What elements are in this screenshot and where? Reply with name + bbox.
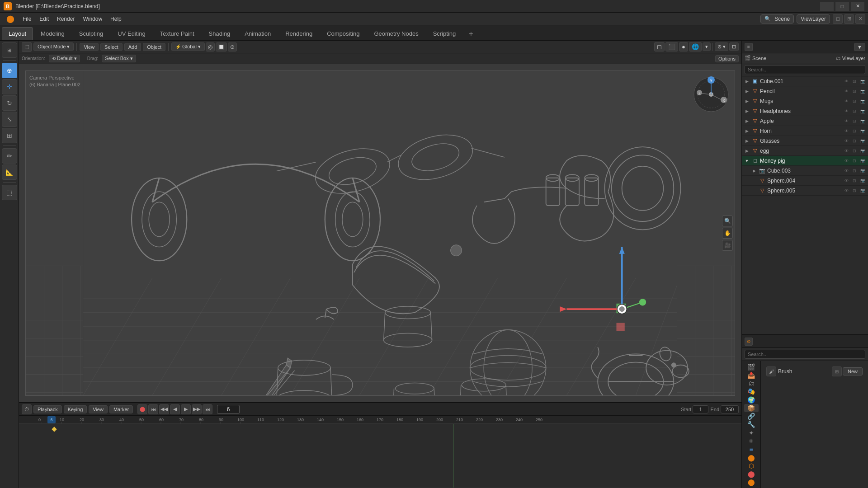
object-menu[interactable]: Object — [143, 43, 165, 51]
outliner-item-money-pig[interactable]: ▼ ◻ Money pig 👁 ⊡ 📷 — [742, 156, 868, 166]
filter-btn[interactable]: ▼ — [854, 43, 865, 51]
drag-mode-selector[interactable]: Select Box ▾ — [102, 55, 136, 62]
texture-props-btn[interactable]: ⬡ — [744, 462, 759, 469]
restrict-select[interactable]: ⊡ — [851, 177, 858, 184]
restrict-visibility[interactable]: 👁 — [843, 127, 850, 135]
camera-btn[interactable]: 🎥 — [722, 240, 733, 251]
restrict-select[interactable]: ⊡ — [851, 88, 858, 95]
viewport-canvas[interactable]: Camera Perspective (6) Banana | Plane.00… — [19, 64, 741, 402]
expand-arrow[interactable]: ▶ — [744, 138, 750, 144]
keyframe-1[interactable] — [52, 427, 57, 432]
end-frame-input[interactable] — [721, 405, 739, 413]
play-reverse-btn[interactable]: ◀ — [170, 404, 180, 414]
timeline-content[interactable]: 0 6 10 20 30 40 50 60 70 80 90 100 — [19, 416, 741, 488]
object-props-btn[interactable]: 📦 — [744, 404, 759, 412]
transform-pivot[interactable]: ◎ — [206, 42, 215, 52]
viewport-editor-icon[interactable]: ⬚ — [22, 42, 32, 52]
restrict-render[interactable]: 📷 — [859, 88, 866, 95]
restrict-select[interactable]: ⊡ — [851, 117, 858, 125]
restrict-visibility[interactable]: 👁 — [843, 117, 850, 125]
file-menu[interactable]: File — [19, 14, 35, 23]
restrict-visibility[interactable]: 👁 — [843, 187, 850, 194]
playback-menu[interactable]: Playback — [33, 405, 62, 413]
restrict-render[interactable]: 📷 — [859, 147, 866, 155]
viewlayer-props-btn[interactable]: 🗂 — [744, 380, 759, 387]
view-menu-timeline[interactable]: View — [89, 405, 108, 413]
tab-rendering[interactable]: Rendering — [278, 27, 319, 40]
navigation-gizmo[interactable]: Y X Z — [693, 76, 729, 113]
restrict-visibility[interactable]: 👁 — [843, 78, 850, 85]
expand-arrow[interactable]: ▶ — [744, 128, 750, 134]
viewport-shading-rendered[interactable]: 🌐 — [689, 42, 702, 52]
pan-btn[interactable]: ✋ — [722, 228, 733, 239]
restrict-render[interactable]: 📷 — [859, 167, 866, 174]
options-btn[interactable]: Options — [715, 55, 739, 62]
constraint-props-btn[interactable]: 🔗 — [744, 413, 759, 420]
restrict-render[interactable]: 📷 — [859, 157, 866, 164]
custom-props-btn[interactable]: ⬤ — [744, 470, 759, 478]
modifier-props-btn[interactable]: 🔧 — [744, 421, 759, 428]
expand-arrow[interactable]: ▶ — [744, 78, 750, 84]
start-frame-input[interactable] — [693, 405, 708, 413]
object-mode-selector[interactable]: Object Mode ▾ — [33, 42, 74, 51]
viewport-shading-solid[interactable]: ⬛ — [665, 42, 678, 52]
outliner-item-apple[interactable]: ▶ ▽ Apple 👁 ⊡ 📷 — [742, 116, 868, 126]
outliner-item-egg[interactable]: ▶ ▽ egg 👁 ⊡ 📷 — [742, 146, 868, 156]
proportional-edit[interactable]: ⊙ — [228, 42, 237, 52]
move-tool[interactable]: ✛ — [2, 79, 17, 94]
world-props-btn[interactable]: 🌍 — [744, 396, 759, 404]
measure-tool[interactable]: 📐 — [2, 164, 17, 180]
transform-tool[interactable]: ⊞ — [2, 128, 17, 143]
outliner-item-headphones[interactable]: ▶ ▽ Headphones 👁 ⊡ 📷 — [742, 106, 868, 116]
outliner-item-cube003[interactable]: ▶ 📷 Cube.003 👁 ⊡ 📷 — [742, 166, 868, 176]
outliner-item-cube001[interactable]: ▶ ▣ Cube.001 👁 ⊡ 📷 — [742, 76, 868, 86]
marker-menu[interactable]: Marker — [109, 405, 133, 413]
restrict-select[interactable]: ⊡ — [851, 127, 858, 135]
add-cube-tool[interactable]: ⬚ — [2, 185, 17, 200]
zoom-in-btn[interactable]: 🔍 — [722, 216, 733, 226]
physics-props-btn[interactable]: ⚛ — [744, 437, 759, 445]
next-frame-btn[interactable]: ▶▶ — [192, 404, 202, 414]
window-menu[interactable]: Window — [79, 14, 106, 23]
prev-frame-btn[interactable]: ◀◀ — [159, 404, 169, 414]
render-props-btn[interactable]: 🎬 — [744, 363, 759, 371]
editor-type-btn[interactable]: ◻ — [833, 14, 843, 24]
minimize-button[interactable]: — — [820, 2, 834, 11]
viewlayer-name[interactable]: ViewLayer — [801, 16, 826, 22]
tab-layout[interactable]: Layout — [2, 27, 33, 40]
close-button[interactable]: ✕ — [851, 2, 864, 11]
orientation-selector[interactable]: ⟲ Default ▾ — [49, 55, 80, 62]
expand-arrow[interactable]: ▶ — [744, 108, 750, 114]
expand-arrow[interactable]: ▶ — [744, 118, 750, 124]
restrict-render[interactable]: 📷 — [859, 177, 866, 184]
scene-label[interactable]: Scene — [752, 56, 766, 61]
outliner-item-glasses[interactable]: ▶ ▽ Glasses 👁 ⊡ 📷 — [742, 136, 868, 146]
cursor-tool[interactable]: ⊕ — [2, 63, 17, 78]
restrict-render[interactable]: 📷 — [859, 117, 866, 125]
restrict-visibility[interactable]: 👁 — [843, 88, 850, 95]
scale-tool[interactable]: ⤡ — [2, 112, 17, 127]
play-btn[interactable]: ▶ — [181, 404, 191, 414]
restrict-render[interactable]: 📷 — [859, 137, 866, 145]
outliner-item-mugs[interactable]: ▶ ▽ Mugs 👁 ⊡ 📷 — [742, 96, 868, 106]
restrict-render[interactable]: 📷 — [859, 78, 866, 85]
outliner-search-input[interactable] — [745, 65, 865, 74]
current-frame-display[interactable]: 6 — [217, 405, 240, 414]
add-workspace-btn[interactable]: + — [465, 28, 476, 40]
tab-scripting[interactable]: Scripting — [426, 27, 463, 40]
bone-props-btn[interactable]: ⬤ — [744, 479, 759, 486]
restrict-select[interactable]: ⊡ — [851, 187, 858, 194]
outliner-item-pencil[interactable]: ▶ ▽ Pencil 👁 ⊡ 📷 — [742, 86, 868, 96]
select-menu[interactable]: Select — [100, 43, 123, 51]
restrict-visibility[interactable]: 👁 — [843, 137, 850, 145]
tab-shading[interactable]: Shading — [202, 27, 237, 40]
restrict-select[interactable]: ⊡ — [851, 147, 858, 155]
expand-arrow[interactable]: ▶ — [744, 148, 750, 154]
restrict-select[interactable]: ⊡ — [851, 98, 858, 105]
timeline-editor-icon[interactable]: ⏱ — [22, 404, 32, 414]
close-panel-btn[interactable]: ✕ — [855, 14, 865, 24]
view-menu[interactable]: View — [80, 43, 99, 51]
restrict-render[interactable]: 📷 — [859, 187, 866, 194]
outliner-item-sphere004[interactable]: ▽ Sphere.004 👁 ⊡ 📷 — [742, 176, 868, 186]
viewport-shading-material[interactable]: ● — [679, 42, 688, 52]
